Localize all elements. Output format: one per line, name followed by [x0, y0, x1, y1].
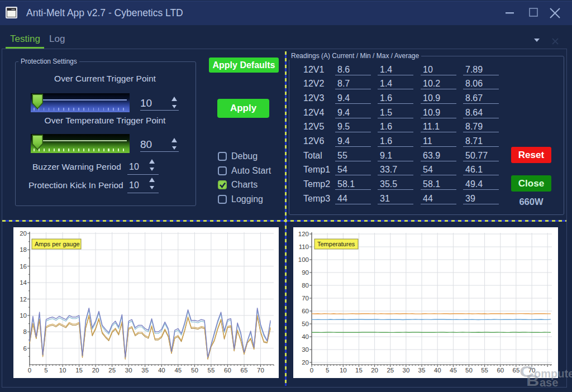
svg-text:65: 65 — [513, 367, 520, 374]
svg-text:14: 14 — [20, 279, 27, 286]
svg-text:18: 18 — [20, 246, 27, 253]
svg-text:45: 45 — [174, 367, 182, 374]
svg-text:10: 10 — [340, 367, 347, 374]
svg-text:8: 8 — [23, 328, 27, 335]
svg-text:35: 35 — [418, 367, 426, 374]
svg-text:20: 20 — [20, 230, 27, 237]
svg-text:0: 0 — [310, 367, 313, 374]
svg-text:70: 70 — [257, 367, 264, 374]
svg-text:10: 10 — [20, 312, 27, 319]
svg-text:100: 100 — [298, 256, 309, 263]
svg-text:5: 5 — [326, 367, 329, 374]
svg-text:120: 120 — [298, 231, 309, 237]
svg-text:60: 60 — [497, 367, 504, 374]
svg-text:6: 6 — [23, 345, 27, 352]
svg-text:30: 30 — [302, 346, 309, 353]
svg-text:15: 15 — [355, 367, 363, 374]
svg-text:60: 60 — [302, 308, 309, 314]
svg-text:16: 16 — [20, 263, 27, 270]
svg-text:70: 70 — [302, 295, 309, 302]
svg-text:90: 90 — [302, 269, 309, 276]
svg-text:12: 12 — [20, 296, 27, 303]
svg-text:50: 50 — [465, 367, 473, 374]
svg-text:55: 55 — [481, 367, 488, 374]
svg-text:35: 35 — [141, 367, 149, 374]
svg-text:65: 65 — [241, 367, 248, 374]
svg-text:45: 45 — [450, 367, 457, 374]
svg-text:50: 50 — [191, 367, 198, 374]
svg-text:15: 15 — [75, 367, 83, 374]
svg-text:Temperatures: Temperatures — [317, 241, 355, 247]
svg-text:110: 110 — [299, 243, 309, 250]
svg-text:20: 20 — [92, 367, 99, 374]
svg-text:0: 0 — [28, 367, 31, 374]
svg-text:40: 40 — [302, 333, 309, 340]
svg-text:30: 30 — [403, 367, 410, 374]
svg-text:30: 30 — [125, 367, 132, 374]
svg-text:20: 20 — [371, 367, 378, 374]
svg-text:55: 55 — [208, 367, 215, 374]
svg-text:25: 25 — [108, 367, 116, 374]
svg-text:Amps per gauge: Amps per gauge — [35, 241, 80, 247]
svg-text:5: 5 — [44, 367, 47, 374]
svg-text:60: 60 — [224, 367, 231, 374]
svg-text:80: 80 — [302, 282, 309, 289]
svg-text:40: 40 — [158, 367, 165, 374]
svg-text:10: 10 — [59, 367, 66, 374]
svg-text:20: 20 — [302, 359, 309, 366]
svg-text:40: 40 — [434, 367, 441, 374]
svg-text:25: 25 — [387, 367, 394, 374]
svg-text:50: 50 — [302, 321, 309, 327]
